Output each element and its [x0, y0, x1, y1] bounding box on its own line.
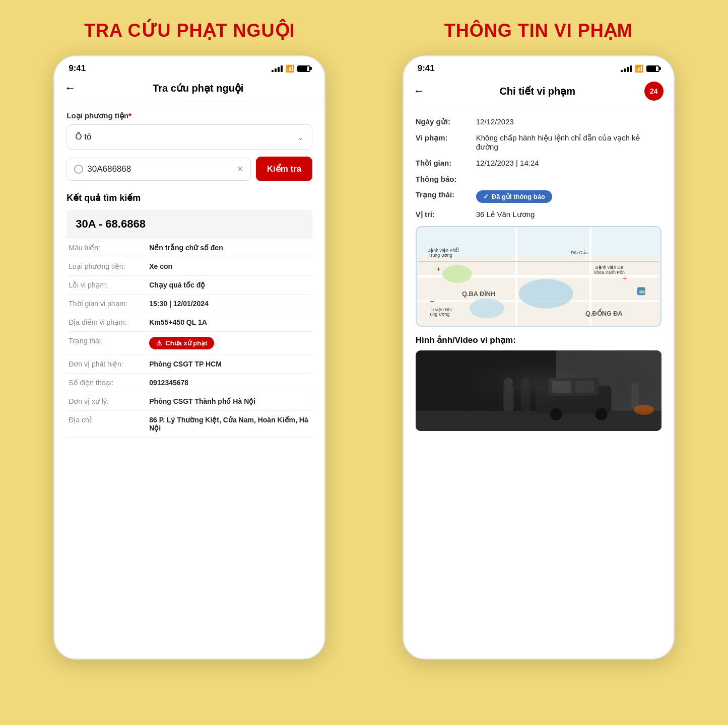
- info-val-8: Phòng CSGT Thành phố Hà Nội: [149, 397, 255, 405]
- signal-bar-r3: [627, 67, 629, 72]
- badge-number: 24: [650, 87, 658, 95]
- battery-icon-left: [297, 65, 310, 72]
- detail-field-0: Ngày gửi: 12/12/2023: [416, 117, 661, 126]
- content-right: Ngày gửi: 12/12/2023 Vi phạm: Không chấp…: [404, 107, 674, 441]
- svg-text:Trung ương: Trung ương: [428, 253, 452, 258]
- status-icons-right: 📶: [621, 64, 659, 72]
- info-key-4: Địa điểm vi phạm:: [69, 318, 149, 326]
- required-star: *: [128, 111, 131, 120]
- map-container[interactable]: Q.BA ĐÌNH Q.ĐỐNG ĐA Bệnh viện Phổi Trung…: [416, 226, 661, 327]
- svg-text:Q.BA ĐÌNH: Q.BA ĐÌNH: [462, 290, 495, 298]
- map-svg: Q.BA ĐÌNH Q.ĐỐNG ĐA Bệnh viện Phổi Trung…: [417, 227, 660, 326]
- status-icons-left: 📶: [272, 64, 310, 72]
- info-val-7: 0912345678: [149, 379, 188, 387]
- info-row-status: Trạng thái: ⚠ Chưa xử phạt: [67, 332, 312, 355]
- svg-text:Đội Cẩn: Đội Cẩn: [570, 250, 587, 255]
- info-row-3: Thời gian vi phạm: 15:30 | 12/01/2024: [67, 295, 312, 313]
- detail-field-1: Vi phạm: Không chấp hành hiệu lệnh chỉ d…: [416, 133, 661, 152]
- info-val-4: Km55+450 QL 1A: [149, 318, 207, 326]
- media-title: Hình ảnh/Video vi phạm:: [416, 335, 661, 345]
- svg-text:Q.ĐỐNG ĐA: Q.ĐỐNG ĐA: [585, 308, 623, 317]
- detail-field-2: Thời gian: 12/12/2023 | 14:24: [416, 159, 661, 168]
- results-title: Kết quả tìm kiếm: [67, 192, 312, 203]
- signal-bars-left: [272, 65, 283, 72]
- detail-key-1: Vi phạm:: [416, 133, 476, 142]
- nav-title-left: Tra cứu phạt nguội: [82, 82, 314, 94]
- signal-bar-1: [272, 70, 274, 72]
- info-key-1: Loại phương tiện:: [69, 262, 149, 270]
- info-val-9: 86 P. Lý Thường Kiệt, Cửa Nam, Hoàn Kiếm…: [149, 416, 310, 432]
- chevron-down-icon: ⌄: [297, 132, 304, 142]
- status-time-left: 9:41: [69, 63, 86, 74]
- plate-number: 30A - 68.6868: [76, 218, 146, 230]
- dropdown-value: Ô tô: [75, 132, 91, 142]
- signal-bars-right: [621, 65, 632, 72]
- clear-icon[interactable]: ✕: [237, 164, 243, 174]
- info-val-status: ⚠ Chưa xử phạt: [149, 337, 214, 349]
- left-phone-frame: 9:41 📶 ← Tra cứu phạt nguội: [53, 55, 325, 660]
- svg-text:Bệnh viện Đa: Bệnh viện Đa: [595, 265, 623, 270]
- svg-text:Bệnh viện Phổi: Bệnh viện Phổi: [427, 247, 459, 253]
- info-row-7: Số điện thoại: 0912345678: [67, 374, 312, 392]
- info-val-0: Nền trắng chữ số đen: [149, 244, 223, 252]
- detail-val-1: Không chấp hành hiệu lệnh chỉ dẫn của vạ…: [476, 133, 661, 152]
- status-bar-left: 9:41 📶: [54, 56, 324, 78]
- notification-badge[interactable]: 24: [644, 82, 664, 101]
- right-panel: THÔNG TIN VI PHẠM 9:41 📶 ← Chi tiết vi: [379, 20, 698, 660]
- info-row-8: Đơn vị xử lý: Phòng CSGT Thành phố Hà Nộ…: [67, 392, 312, 411]
- right-panel-title: THÔNG TIN VI PHẠM: [444, 20, 633, 41]
- wifi-icon-right: 📶: [635, 64, 643, 72]
- info-key-status: Trạng thái:: [69, 337, 149, 345]
- signal-bar-r4: [630, 65, 632, 72]
- info-val-6: Phòng CSGT TP HCM: [149, 360, 222, 368]
- vehicle-type-label: Loại phương tiện*: [67, 111, 312, 120]
- detail-val-0: 12/12/2023: [476, 117, 661, 126]
- vehicle-type-dropdown[interactable]: Ô tô ⌄: [67, 124, 312, 150]
- detail-key-3: Thông báo:: [416, 175, 476, 183]
- info-val-3: 15:30 | 12/01/2024: [149, 300, 209, 308]
- plate-input-wrap[interactable]: 30A686868 ✕: [67, 158, 250, 181]
- info-row-0: Màu biển: Nền trắng chữ số đen: [67, 239, 312, 257]
- wifi-icon-left: 📶: [286, 64, 294, 72]
- svg-text:ung ương: ung ương: [430, 312, 449, 317]
- svg-point-7: [519, 279, 573, 309]
- battery-fill-right: [647, 66, 656, 71]
- info-val-2: Chạy quá tốc độ: [149, 281, 205, 289]
- violation-image-svg: [416, 350, 661, 431]
- info-key-9: Địa chỉ:: [69, 416, 149, 424]
- status-badge-sent: ✓ Đã gửi thông báo: [476, 190, 552, 203]
- svg-text:h viện Nhi: h viện Nhi: [431, 307, 451, 312]
- status-badge-text: Chưa xử phạt: [165, 339, 207, 347]
- back-arrow-left[interactable]: ←: [64, 82, 76, 95]
- check-icon: ✓: [483, 193, 489, 200]
- signal-bar-4: [281, 65, 283, 72]
- info-row-4: Địa điểm vi phạm: Km55+450 QL 1A: [67, 313, 312, 332]
- info-row-1: Loại phương tiện: Xe con: [67, 257, 312, 276]
- info-key-0: Màu biển:: [69, 244, 149, 252]
- detail-val-location: 36 Lê Văn Lương: [476, 210, 661, 219]
- status-bar-right: 9:41 📶: [404, 56, 674, 78]
- battery-fill-left: [298, 66, 307, 71]
- detail-val-status: ✓ Đã gửi thông báo: [476, 190, 661, 203]
- search-button[interactable]: Kiểm tra: [256, 157, 313, 181]
- back-arrow-right[interactable]: ←: [414, 85, 425, 98]
- detail-key-location: Vị trí:: [416, 210, 476, 219]
- left-panel: TRA CỨU PHẠT NGUỘI 9:41 📶 ← Tra cứu ph: [30, 20, 349, 660]
- signal-bar-r2: [624, 68, 626, 72]
- info-key-3: Thời gian vi phạm:: [69, 300, 149, 308]
- info-key-6: Đơn vị phát hiện:: [69, 360, 149, 368]
- status-time-right: 9:41: [418, 63, 435, 74]
- svg-text:+: +: [623, 274, 627, 282]
- violation-image: [416, 350, 661, 431]
- info-row-2: Lỗi vi phạm: Chạy quá tốc độ: [67, 276, 312, 295]
- nav-bar-right: ← Chi tiết vi phạm 24: [404, 78, 674, 107]
- battery-icon-right: [646, 65, 659, 72]
- detail-field-3: Thông báo:: [416, 175, 661, 183]
- signal-bar-r1: [621, 70, 623, 72]
- info-row-6: Đơn vị phát hiện: Phòng CSGT TP HCM: [67, 355, 312, 374]
- field-label-text: Loại phương tiện: [67, 111, 128, 120]
- plate-input-value: 30A686868: [87, 164, 232, 174]
- info-key-8: Đơn vị xử lý:: [69, 397, 149, 405]
- info-key-7: Số điện thoại:: [69, 379, 149, 387]
- svg-text:khoa Xanh Pôn: khoa Xanh Pôn: [594, 270, 624, 275]
